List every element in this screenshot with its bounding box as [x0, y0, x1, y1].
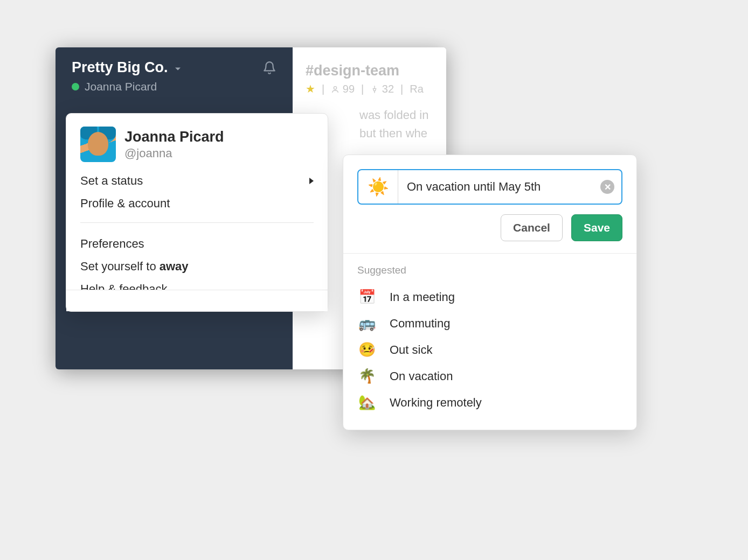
- sun-icon: ☀️: [368, 177, 389, 197]
- bell-icon[interactable]: [262, 61, 276, 75]
- suggested-label-text: Working remotely: [390, 396, 482, 410]
- channel-title: #design-team: [306, 62, 433, 79]
- suggested-label-text: In a meeting: [390, 290, 455, 304]
- chevron-down-icon: [175, 65, 181, 74]
- sick-face-icon: 🤒: [357, 341, 377, 358]
- pin-count[interactable]: 32: [370, 83, 394, 95]
- clear-status-button[interactable]: ✕: [593, 170, 621, 204]
- status-text-input[interactable]: [398, 170, 593, 204]
- suggested-label-text: On vacation: [390, 369, 453, 383]
- user-header: Joanna Picard @joanna: [66, 114, 328, 170]
- menu-user-handle: @joanna: [124, 146, 224, 160]
- menu-user-name: Joanna Picard: [124, 129, 224, 145]
- modal-actions: Cancel Save: [343, 214, 636, 253]
- svg-point-0: [334, 86, 337, 89]
- status-input-group: ☀️ ✕: [357, 169, 622, 205]
- current-user-row[interactable]: Joanna Picard: [72, 80, 276, 93]
- user-menu: Joanna Picard @joanna Set a status Profi…: [66, 113, 328, 312]
- menu-set-status[interactable]: Set a status: [66, 170, 328, 192]
- member-count[interactable]: 99: [331, 83, 355, 95]
- workspace-name: Pretty Big Co.: [72, 59, 168, 76]
- suggested-working-remotely[interactable]: 🏡 Working remotely: [357, 389, 622, 416]
- cancel-button[interactable]: Cancel: [501, 214, 563, 241]
- sidebar-header: Pretty Big Co. Joanna Picard: [56, 47, 293, 93]
- suggested-out-sick[interactable]: 🤒 Out sick: [357, 337, 622, 363]
- chevron-right-icon: [308, 174, 315, 188]
- palm-tree-icon: 🌴: [357, 368, 377, 384]
- topic-fragment: Ra: [410, 83, 424, 95]
- menu-divider: [80, 222, 314, 223]
- workspace-switcher[interactable]: Pretty Big Co.: [72, 59, 181, 76]
- house-icon: 🏡: [357, 394, 377, 411]
- calendar-icon: 📅: [357, 289, 377, 305]
- status-modal: ☀️ ✕ Cancel Save Suggested 📅 In a meetin…: [343, 155, 637, 430]
- suggested-label-text: Commuting: [390, 317, 450, 331]
- suggested-on-vacation[interactable]: 🌴 On vacation: [357, 363, 622, 389]
- meta-divider: |: [400, 83, 403, 95]
- meta-divider: |: [361, 83, 364, 95]
- current-user-name: Joanna Picard: [85, 80, 157, 93]
- suggested-heading: Suggested: [343, 254, 636, 284]
- star-icon[interactable]: ★: [306, 82, 315, 95]
- menu-profile-account[interactable]: Profile & account: [66, 192, 328, 215]
- close-icon: ✕: [600, 180, 614, 194]
- bus-icon: 🚌: [357, 315, 377, 332]
- presence-active-icon: [72, 83, 79, 90]
- message-preview: was folded in but then whe: [359, 106, 433, 143]
- menu-preferences[interactable]: Preferences: [66, 233, 328, 255]
- status-emoji-picker[interactable]: ☀️: [358, 170, 398, 204]
- suggested-list: 📅 In a meeting 🚌 Commuting 🤒 Out sick 🌴 …: [343, 284, 636, 430]
- channel-meta: ★ | 99 | 32 | Ra: [306, 82, 433, 95]
- save-button[interactable]: Save: [571, 214, 622, 241]
- meta-divider: |: [322, 83, 324, 95]
- suggested-in-a-meeting[interactable]: 📅 In a meeting: [357, 284, 622, 310]
- avatar: [80, 127, 116, 162]
- menu-footer: [66, 290, 328, 311]
- suggested-commuting[interactable]: 🚌 Commuting: [357, 310, 622, 337]
- suggested-label-text: Out sick: [390, 343, 432, 357]
- menu-set-away[interactable]: Set yourself to away: [66, 255, 328, 278]
